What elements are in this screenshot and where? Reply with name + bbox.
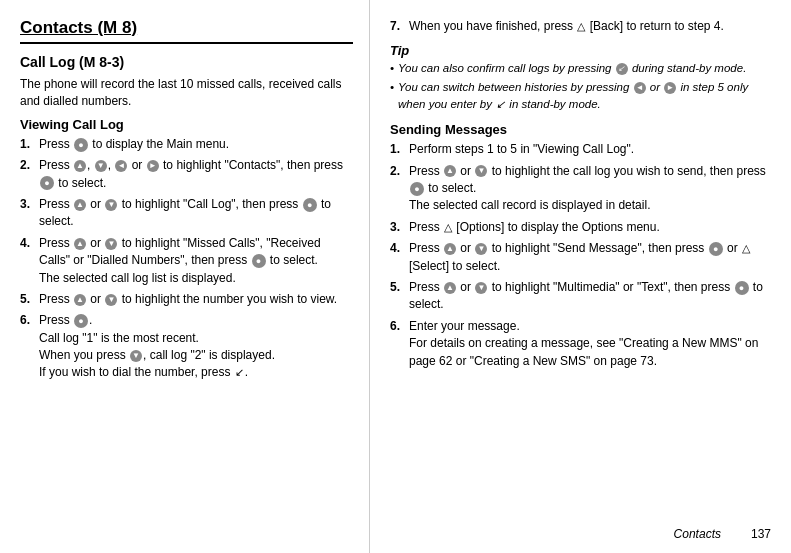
list-item: 1. Perform steps 1 to 5 in "Viewing Call… bbox=[390, 141, 775, 158]
down-icon: ▼ bbox=[95, 160, 107, 172]
step-num: 6. bbox=[20, 312, 36, 329]
call-icon: ↙ bbox=[496, 97, 505, 112]
list-item: 4. Press ▲ or ▼ to highlight "Missed Cal… bbox=[20, 235, 353, 287]
list-item: 5. Press ▲ or ▼ to highlight the number … bbox=[20, 291, 353, 308]
step-num: 3. bbox=[20, 196, 36, 213]
up-icon: ▲ bbox=[74, 294, 86, 306]
tip-title: Tip bbox=[390, 43, 775, 58]
list-item: 2. Press ▲ or ▼ to highlight the call lo… bbox=[390, 163, 775, 215]
footer-page: 137 bbox=[751, 527, 771, 541]
step-num: 4. bbox=[20, 235, 36, 252]
step-content: Enter your message. For details on creat… bbox=[409, 318, 775, 370]
list-item: 2. Press ▲, ▼, ◄ or ► to highlight "Cont… bbox=[20, 157, 353, 192]
step-content: Press ▲ or ▼ to highlight "Send Message"… bbox=[409, 240, 775, 275]
down-icon: ▼ bbox=[105, 294, 117, 306]
up-icon: ▲ bbox=[74, 199, 86, 211]
right-column: 7. When you have finished, press △ [Back… bbox=[370, 0, 791, 553]
section-title: Call Log (M 8-3) bbox=[20, 54, 353, 70]
footer-label: Contacts bbox=[674, 527, 721, 541]
subsection-viewing: Viewing Call Log bbox=[20, 117, 353, 132]
step-num: 5. bbox=[390, 279, 406, 296]
step-content: Press ● to display the Main menu. bbox=[39, 136, 353, 153]
subsection-sending: Sending Messages bbox=[390, 122, 775, 137]
select-icon: ● bbox=[410, 182, 424, 196]
step-content: Press ▲ or ▼ to highlight the call log y… bbox=[409, 163, 775, 215]
step-content: Press ▲, ▼, ◄ or ► to highlight "Contact… bbox=[39, 157, 353, 192]
step-num: 1. bbox=[390, 141, 406, 158]
step-num: 5. bbox=[20, 291, 36, 308]
down-icon: ▼ bbox=[475, 165, 487, 177]
select-icon: ● bbox=[709, 242, 723, 256]
up-icon: ▲ bbox=[74, 238, 86, 250]
step-num: 3. bbox=[390, 219, 406, 236]
up-icon: ▲ bbox=[444, 243, 456, 255]
right-icon: ► bbox=[664, 82, 676, 94]
step-num: 1. bbox=[20, 136, 36, 153]
left-column: Contacts (M 8) Call Log (M 8-3) The phon… bbox=[0, 0, 370, 553]
down-icon: ▼ bbox=[105, 199, 117, 211]
step-content: Press △ [Options] to display the Options… bbox=[409, 219, 775, 236]
call-icon: ↙ bbox=[235, 365, 244, 381]
left-icon: ◄ bbox=[115, 160, 127, 172]
tip-text: You can switch between histories by pres… bbox=[398, 81, 748, 109]
select-icon: ● bbox=[303, 198, 317, 212]
back-icon: △ bbox=[577, 19, 585, 35]
select-icon: ● bbox=[74, 314, 88, 328]
step7-list: 7. When you have finished, press △ [Back… bbox=[390, 18, 775, 35]
step-num: 2. bbox=[390, 163, 406, 180]
step-num: 4. bbox=[390, 240, 406, 257]
page: Contacts (M 8) Call Log (M 8-3) The phon… bbox=[0, 0, 791, 553]
down-icon: ▼ bbox=[130, 350, 142, 362]
list-item: 3. Press △ [Options] to display the Opti… bbox=[390, 219, 775, 236]
right-icon: ► bbox=[147, 160, 159, 172]
options-icon: △ bbox=[444, 220, 452, 236]
down-icon: ▼ bbox=[475, 243, 487, 255]
left-icon: ◄ bbox=[634, 82, 646, 94]
list-item: 1. Press ● to display the Main menu. bbox=[20, 136, 353, 153]
main-menu-icon: ● bbox=[74, 138, 88, 152]
step-content: Perform steps 1 to 5 in "Viewing Call Lo… bbox=[409, 141, 775, 158]
list-item: 5. Press ▲ or ▼ to highlight "Multimedia… bbox=[390, 279, 775, 314]
tip-item-2: You can switch between histories by pres… bbox=[390, 79, 775, 112]
select-icon: ● bbox=[40, 176, 54, 190]
down-icon: ▼ bbox=[475, 282, 487, 294]
footer: Contacts 137 bbox=[674, 527, 771, 541]
tip-text: You can also confirm call logs by pressi… bbox=[398, 62, 746, 74]
step-num: 6. bbox=[390, 318, 406, 335]
down-icon: ▼ bbox=[105, 238, 117, 250]
step-content: Press ▲ or ▼ to highlight "Multimedia" o… bbox=[409, 279, 775, 314]
list-item: 6. Press ●. Call log "1" is the most rec… bbox=[20, 312, 353, 382]
list-item: 3. Press ▲ or ▼ to highlight "Call Log",… bbox=[20, 196, 353, 231]
section-body: The phone will record the last 10 missed… bbox=[20, 76, 353, 111]
up-icon: ▲ bbox=[444, 165, 456, 177]
step-content: Press ▲ or ▼ to highlight the number you… bbox=[39, 291, 353, 308]
select-icon: ● bbox=[252, 254, 266, 268]
up-icon: ▲ bbox=[74, 160, 86, 172]
select-icon: ● bbox=[735, 281, 749, 295]
step-content: Press ▲ or ▼ to highlight "Missed Calls"… bbox=[39, 235, 353, 287]
list-item: 6. Enter your message. For details on cr… bbox=[390, 318, 775, 370]
step-content: When you have finished, press △ [Back] t… bbox=[409, 18, 775, 35]
tip-item-1: You can also confirm call logs by pressi… bbox=[390, 60, 775, 76]
sending-steps-list: 1. Perform steps 1 to 5 in "Viewing Call… bbox=[390, 141, 775, 370]
page-title: Contacts (M 8) bbox=[20, 18, 353, 44]
call-icon: ↙ bbox=[616, 63, 628, 75]
list-item: 7. When you have finished, press △ [Back… bbox=[390, 18, 775, 35]
select-soft-icon: △ bbox=[742, 241, 750, 257]
step-content: Press ●. Call log "1" is the most recent… bbox=[39, 312, 353, 382]
tip-section: Tip You can also confirm call logs by pr… bbox=[390, 43, 775, 112]
step-num: 2. bbox=[20, 157, 36, 174]
viewing-steps-list: 1. Press ● to display the Main menu. 2. … bbox=[20, 136, 353, 382]
step-content: Press ▲ or ▼ to highlight "Call Log", th… bbox=[39, 196, 353, 231]
list-item: 4. Press ▲ or ▼ to highlight "Send Messa… bbox=[390, 240, 775, 275]
step-num: 7. bbox=[390, 18, 406, 35]
up-icon: ▲ bbox=[444, 282, 456, 294]
